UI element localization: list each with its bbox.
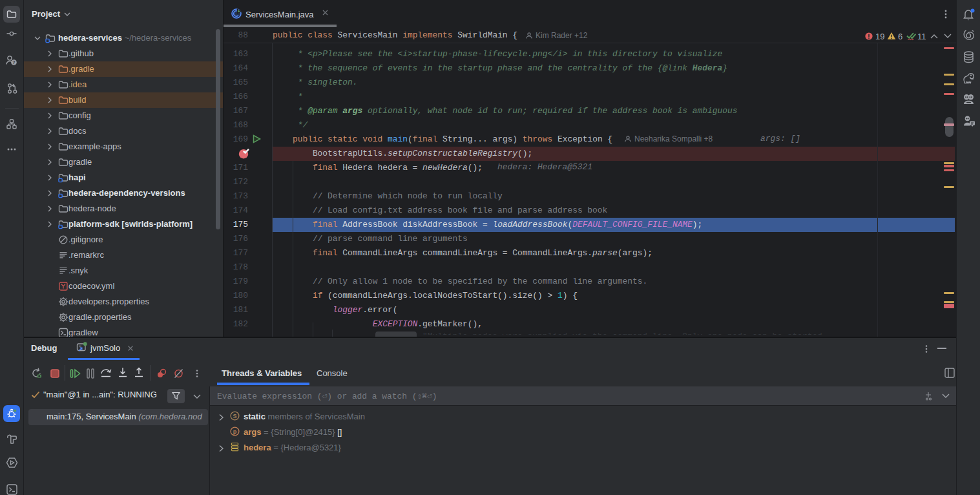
svg-text:p: p [233,428,237,435]
svg-text:S: S [233,413,236,419]
svg-text:?: ? [12,60,15,65]
